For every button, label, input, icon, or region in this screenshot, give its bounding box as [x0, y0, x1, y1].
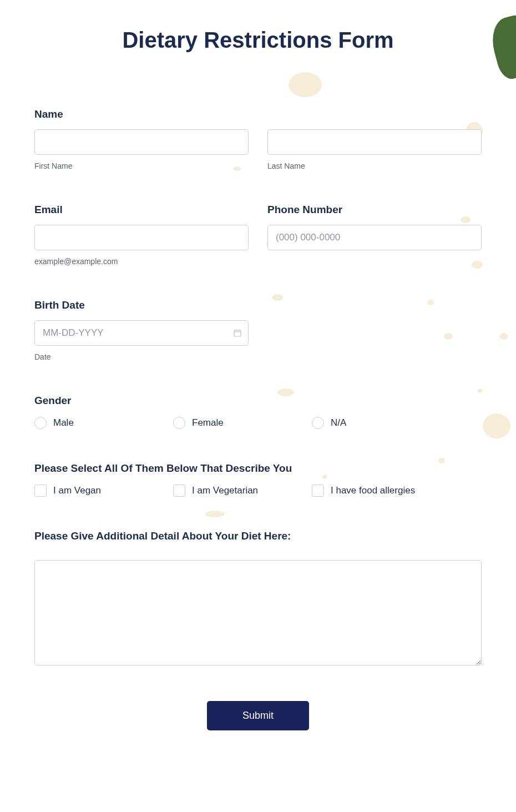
last-name-input[interactable]: [267, 129, 482, 155]
phone-label: Phone Number: [267, 204, 482, 216]
diet-option-allergies[interactable]: I have food allergies: [312, 485, 467, 497]
email-sublabel: example@example.com: [34, 257, 249, 266]
birthdate-label: Birth Date: [34, 299, 249, 311]
diet-option-label: I am Vegetarian: [192, 485, 258, 496]
calendar-icon[interactable]: [233, 329, 242, 337]
additional-textarea[interactable]: [34, 560, 482, 665]
name-label: Name: [34, 108, 482, 120]
phone-input[interactable]: [267, 225, 482, 250]
last-name-sublabel: Last Name: [267, 162, 482, 170]
diet-option-label: I have food allergies: [331, 485, 415, 496]
gender-option-label: Male: [53, 417, 74, 428]
first-name-input[interactable]: [34, 129, 249, 155]
checkbox-icon[interactable]: [173, 485, 185, 497]
gender-option-female[interactable]: Female: [173, 417, 312, 429]
gender-option-label: Female: [192, 417, 224, 428]
additional-label: Please Give Additional Detail About Your…: [34, 530, 482, 542]
gender-option-male[interactable]: Male: [34, 417, 173, 429]
gender-option-label: N/A: [331, 417, 346, 428]
checkbox-icon[interactable]: [312, 485, 324, 497]
svg-rect-0: [234, 330, 241, 336]
email-input[interactable]: [34, 225, 249, 250]
page-title: Dietary Restrictions Form: [34, 28, 482, 53]
radio-icon[interactable]: [312, 417, 324, 429]
gender-label: Gender: [34, 395, 482, 407]
diet-option-vegetarian[interactable]: I am Vegetarian: [173, 485, 312, 497]
checkbox-icon[interactable]: [34, 485, 47, 497]
diet-describe-label: Please Select All Of Them Below That Des…: [34, 462, 482, 475]
gender-option-na[interactable]: N/A: [312, 417, 451, 429]
radio-icon[interactable]: [173, 417, 185, 429]
submit-button[interactable]: Submit: [207, 701, 309, 730]
first-name-sublabel: First Name: [34, 162, 249, 170]
birthdate-input[interactable]: [34, 320, 249, 346]
diet-option-label: I am Vegan: [53, 485, 101, 496]
diet-option-vegan[interactable]: I am Vegan: [34, 485, 173, 497]
email-label: Email: [34, 204, 249, 216]
birthdate-sublabel: Date: [34, 352, 249, 361]
radio-icon[interactable]: [34, 417, 47, 429]
